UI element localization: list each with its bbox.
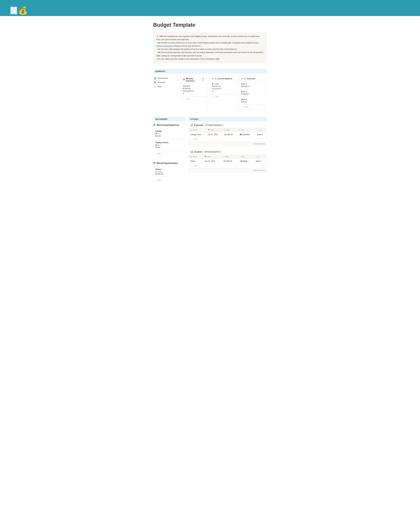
amazon-card[interactable]: Amazon Prime 🎮 Fun $9.90: [153, 140, 185, 150]
income-name: Salary: [188, 159, 202, 163]
incomes-table: 𝖺𝖺 Name 📅 Date # Valor ↗ Tag ↗ In Salary…: [188, 155, 267, 168]
amazon-tag: 🎮 Fun: [155, 144, 183, 146]
amazon-name: Amazon Prime: [155, 141, 183, 144]
info-line1b: ) displays how far you are from it.: [173, 45, 201, 47]
monthly-header-icon: 📅: [183, 78, 185, 81]
spotify-card[interactable]: Spotify 🎮 Fun $21.90: [153, 128, 185, 139]
summary-grid: 🔄 Transactions 🏦 Accounts 🏷️ Tags 📅 Mont…: [153, 76, 267, 110]
account-row-1[interactable]: Bank 1 $28,500.27: [239, 81, 266, 89]
header-banner: 🧾💰: [0, 0, 420, 16]
monthly-date: Jun/2021: [183, 85, 205, 87]
expenses-new-row: ＋ + New: [188, 137, 267, 142]
expenses-new-btn[interactable]: ＋ + New: [153, 151, 185, 156]
balance-dots: ●●●●●●●●○○: [212, 88, 234, 90]
expenses-new-label: + New: [156, 153, 161, 155]
salary-recur-tag-icon: 🏛: [155, 171, 157, 173]
monthly-summary-card: 📅 Monthly Summary ⊞ ∨ Jun/2021 $2,500.00…: [180, 76, 207, 110]
expense-tag: 🎓 Education: [237, 132, 255, 137]
incomes-new-plus: ＋: [154, 179, 156, 181]
inc-new-label: + New: [192, 165, 197, 167]
future-incomes-header: ↗ 🔄 Incomes ⊞ Future Incomes ∨: [188, 150, 267, 153]
info-line3: - with the recurring expenses and income…: [156, 51, 263, 57]
accounts-new-label: + New: [243, 106, 248, 108]
expenses-arrow-icon: ↗: [188, 124, 189, 126]
future-expenses-view-icon: ⊞: [206, 124, 207, 126]
expenses-sub-icon: 🔄: [190, 124, 193, 126]
nav-tags[interactable]: 🏷️ Tags: [153, 85, 179, 88]
future-incomes-view-icon: ⊞: [205, 151, 206, 153]
col-value: # Value: [223, 128, 237, 132]
info-box: 💡With this template you can organize you…: [153, 32, 267, 63]
recurring-incomes-label: Recurring Incomes: [157, 162, 178, 164]
accounts-new-plus: ＋: [241, 106, 243, 108]
education-tag: 🎓 Education: [239, 133, 251, 136]
incomes-sum-value: $2,500.00: [257, 170, 265, 171]
salary-recur-tag-label: Salary: [158, 171, 162, 173]
incomes-arrow-icon: ↗: [188, 151, 189, 153]
bank2-amount: $7,000.00: [241, 93, 263, 95]
balance-new-label: + New: [214, 96, 219, 98]
future-incomes-block: ↗ 🔄 Incomes ⊞ Future Incomes ∨ 𝖺𝖺 Name: [188, 150, 267, 173]
salary-recur-amount: $2,500.00: [155, 173, 183, 175]
col-date: 📅 Date: [206, 128, 223, 132]
monthly-new-btn[interactable]: ＋ + New: [181, 96, 207, 101]
incomes-table-header-row: 𝖺𝖺 Name 📅 Date # Valor ↗ Tag ↗ In: [188, 155, 267, 159]
col-tag: ↗ Tag: [237, 128, 255, 132]
expenses-table-header-row: 𝖺𝖺 Name 📅 Date # Value ↗ Tag ↗ Out: [188, 128, 267, 132]
expenses-sum-row: SUM $3,000.00: [188, 142, 267, 146]
account-row-3[interactable]: Bank 4 $22.18: [239, 97, 266, 105]
monthly-header-title: Monthly Summary: [186, 78, 201, 82]
nav-transactions[interactable]: 🔄 Transactions: [153, 77, 179, 80]
nav-accounts[interactable]: 🏦 Accounts: [153, 81, 179, 84]
accounts-card: ↗ 📋 Accounts Bank 1 $28,500.27 Bank 2 $7…: [239, 76, 266, 110]
incomes-row-1[interactable]: Salary Jun 25, 2021 $2,500.00 🏛 Salary: [188, 159, 267, 163]
nav-transactions-label: Transactions: [157, 77, 168, 79]
recurrent-future-layout: RECURRENT: ⏱ Recurring Expenses Spotify …: [153, 117, 267, 188]
income-tag: 🏛 Salary: [238, 159, 254, 163]
balance-row[interactable]: Total $35,522.45 ●●●●●●●●○○ ●: [210, 81, 236, 94]
bank4-name: Bank 4: [241, 98, 263, 101]
future-incomes-view[interactable]: ⊞ Future Incomes ∨: [203, 150, 222, 153]
income-date: Jun 25, 2021: [202, 159, 222, 163]
monthly-new-plus: ＋: [183, 98, 185, 100]
balance-label: Total: [212, 83, 234, 85]
balance-header-title: Current Balance: [218, 78, 232, 80]
account-row-2[interactable]: Bank 2 $7,000.00: [239, 89, 266, 97]
inc-col-in: ↗ In: [254, 155, 267, 159]
expenses-table-wrap: 𝖺𝖺 Name 📅 Date # Value ↗ Tag ↗ Out Colle…: [188, 128, 267, 146]
expenses-row-1[interactable]: College Fees Jul 31, 2021 $3,000.00 🎓 Ed…: [188, 132, 267, 137]
incomes-table-new-btn[interactable]: ＋ + New: [188, 164, 267, 168]
expense-out: Bank 2: [255, 132, 267, 137]
expenses-table-new-btn[interactable]: ＋ + New: [188, 137, 267, 142]
expenses-sum-value: $3,000.00: [257, 143, 265, 145]
future-expenses-view-label: Future Expenses: [208, 124, 221, 126]
recurring-expenses-label: Recurring Expenses: [157, 124, 179, 126]
page-title: Budget Template: [153, 22, 267, 28]
incomes-sum-label: SUM: [253, 170, 257, 171]
inc-col-name: 𝖺𝖺 Name: [188, 155, 202, 159]
exp-new-plus: ＋: [190, 138, 192, 140]
info-line2: - the accounts table displays the balanc…: [156, 48, 237, 50]
incomes-new-btn[interactable]: ＋ + New: [153, 178, 185, 183]
monthly-view-icon[interactable]: ⊞ ∨: [202, 78, 205, 82]
future-expenses-block: ↗ 🔄 Expenses ⊞ Future Expenses ∨ 𝖺𝖺 Name: [188, 124, 267, 146]
future-expenses-view[interactable]: ⊞ Future Expenses ∨: [205, 124, 224, 126]
expenses-sum-label: SUM: [253, 143, 257, 145]
education-tag-icon: 🎓: [240, 133, 242, 135]
expense-name: College Fees: [188, 132, 206, 137]
nav-links: 🔄 Transactions 🏦 Accounts 🏷️ Tags: [153, 76, 179, 110]
salary-tag: 🏛 Salary: [240, 160, 248, 162]
amazon-tag-icon: 🎮: [155, 144, 157, 146]
inc-new-plus: ＋: [190, 165, 192, 167]
future-incomes-view-label: Future Incomes: [207, 151, 219, 153]
bank2-name: Bank 2: [241, 91, 263, 93]
bank1-name: Bank 1: [241, 83, 263, 85]
expenses-table: 𝖺𝖺 Name 📅 Date # Value ↗ Tag ↗ Out Colle…: [188, 128, 267, 142]
balance-new-btn[interactable]: ＋ + New: [210, 94, 236, 99]
salary-recur-card[interactable]: Salary 🏛 Salary $2,500.00: [153, 167, 185, 177]
accounts-new-btn[interactable]: ＋ + New: [239, 105, 266, 109]
income-valor: $2,500.00: [222, 159, 238, 163]
future-expenses-chevron: ∨: [222, 124, 223, 126]
balance-header: ↗ 📋 Current Balance: [210, 76, 236, 81]
monthly-row[interactable]: Jun/2021 $2,500.00 ●●●●●●●●●● ●: [181, 84, 207, 96]
